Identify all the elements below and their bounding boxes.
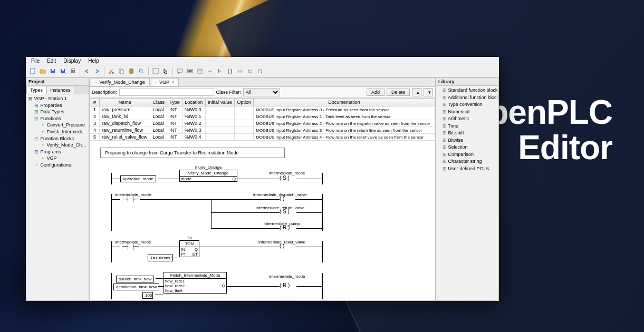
variable-icon[interactable]: var [185, 66, 195, 76]
rail-icon[interactable] [215, 66, 225, 76]
tree-item[interactable]: ⊟ Programs [27, 149, 88, 155]
var-const-100[interactable]: 100 [142, 292, 153, 299]
undo-icon[interactable] [82, 66, 92, 76]
library-item[interactable]: Character string [437, 158, 497, 165]
toolbar: var ( ) [26, 65, 499, 77]
var-operation-mode[interactable]: operation_mode [120, 175, 156, 182]
block-icon[interactable] [195, 66, 205, 76]
coil-relief-valve[interactable]: ( ) [280, 243, 284, 249]
coil-pump-reset[interactable]: ( R ) [280, 224, 290, 230]
svg-text:( ): ( ) [228, 69, 233, 74]
table-header[interactable]: Location [182, 99, 206, 106]
contact-icon[interactable] [235, 66, 245, 76]
comment-icon[interactable] [175, 66, 185, 76]
editor-tab-verify[interactable]: ▫Verify_Mode_Change [91, 78, 150, 86]
menu-display[interactable]: Display [60, 57, 84, 64]
fb-finish[interactable]: Finish_Intermediate_Mode flow_rate1 flow… [164, 272, 227, 294]
coil-dispatch-valve[interactable]: ( ) [280, 196, 284, 201]
library-item[interactable]: User-defined POUs [437, 165, 497, 173]
table-row[interactable]: 2raw_tank_lvlLocalINT%IW0.1MODBUS Input … [90, 113, 435, 120]
connection-icon[interactable] [205, 66, 215, 76]
library-item[interactable]: Selection [437, 144, 497, 151]
open-icon[interactable] [38, 66, 47, 76]
table-header[interactable]: Initial Value [205, 99, 235, 106]
table-row[interactable]: 4raw_returnline_flowLocalINT%IW0.3MODBUS… [90, 127, 435, 134]
var-timer-pt[interactable]: T#1000ms [148, 255, 173, 261]
coil-icon[interactable]: ( ) [225, 66, 235, 76]
var-source-tank-flow[interactable]: source_tank_flow [116, 276, 154, 282]
table-header[interactable]: Documentation [254, 99, 435, 106]
tree-item[interactable]: ▫ Finish_Intermediate_Mode [27, 129, 88, 135]
tab-types[interactable]: Types [26, 86, 46, 94]
library-panel-title: Library [436, 78, 498, 86]
library-item[interactable]: Bitwise [437, 137, 497, 144]
library-item[interactable]: Comparison [437, 151, 497, 159]
fb-ton[interactable]: T0 TON INQ PTET [179, 240, 199, 257]
menu-help[interactable]: Help [85, 57, 102, 64]
table-row[interactable]: 1raw_pressureLocalINT%IW0.0MODBUS Input … [90, 106, 435, 113]
pointer-icon[interactable] [161, 66, 170, 76]
svg-rect-15 [177, 69, 182, 72]
paste-icon[interactable] [127, 66, 136, 76]
library-item[interactable]: Time [437, 123, 497, 130]
saveas-icon[interactable] [58, 66, 68, 76]
library-item[interactable]: Arithmetic [437, 115, 497, 123]
close-icon[interactable]: × [171, 80, 174, 85]
cut-icon[interactable] [107, 66, 116, 76]
tree-item[interactable]: ⊞ Data Types [27, 109, 88, 115]
fullscreen-icon[interactable] [151, 66, 160, 76]
tree-root[interactable]: ⊟ VGP - Station 1 [27, 95, 88, 102]
menu-file[interactable]: File [28, 57, 43, 64]
contact-intermediate-mode[interactable]: ─┤ ├─ [122, 196, 139, 202]
table-header[interactable]: Type [167, 99, 182, 106]
save-icon[interactable] [48, 66, 57, 76]
move-down-button[interactable]: ▾ [424, 88, 433, 96]
coil-intermediate-mode-reset[interactable]: ( R ) [280, 282, 290, 288]
comment-block[interactable]: Preparing to change from Cargo Transfer … [100, 148, 285, 158]
class-filter-select[interactable]: All [243, 88, 280, 96]
table-row[interactable]: 5raw_relief_valve_flowLocalINT%IW0.4MODB… [90, 134, 435, 141]
description-input[interactable] [119, 89, 214, 96]
copy-icon[interactable] [117, 66, 126, 76]
tree-item[interactable]: ▫ VGP [27, 155, 88, 162]
tab-instances[interactable]: Instances [46, 86, 74, 94]
jump-icon[interactable] [255, 66, 265, 76]
library-item[interactable]: Standard function blocks [437, 87, 497, 94]
app-window: File Edit Display Help var ( ) [26, 57, 499, 299]
add-button[interactable]: Add [367, 89, 385, 96]
table-header[interactable]: Class [150, 99, 167, 106]
ladder-diagram[interactable]: Preparing to change from Cargo Transfer … [90, 141, 435, 300]
variable-table: #NameClassTypeLocationInitial ValueOptio… [90, 98, 435, 141]
redo-icon[interactable] [92, 66, 102, 76]
table-row[interactable]: 3raw_dispatch_flowLocalINT%IW0.2MODBUS I… [90, 120, 435, 127]
tree-item[interactable]: ⊟ Function Blocks [27, 135, 88, 142]
contact-intermediate-mode-2[interactable]: ─┤ ├─ [122, 243, 139, 249]
move-up-button[interactable]: ▴ [412, 88, 421, 96]
fb-mode-change[interactable]: mode_change Verify_Mode_Change modeQ [179, 170, 237, 182]
tree-item[interactable]: ⊟ Functions [27, 115, 88, 122]
tree-item[interactable]: ▫ Verify_Mode_Change [27, 142, 88, 149]
tree-item[interactable]: ⊞ Properties [27, 102, 88, 109]
project-panel: Project Types Instances ⊟ VGP - Station … [26, 77, 89, 301]
library-item[interactable]: Additional function blocks [437, 94, 497, 102]
library-item[interactable]: Numerical [437, 109, 497, 116]
branch-icon[interactable] [245, 66, 255, 76]
project-panel-title: Project [26, 78, 89, 86]
delete-button[interactable]: Delete [387, 89, 410, 96]
library-item[interactable]: Type conversion [437, 101, 497, 109]
find-icon[interactable] [137, 66, 146, 76]
editor-tab-vgp[interactable]: ▫VGP× [151, 78, 179, 86]
class-filter-label: Class Filter: [216, 90, 242, 95]
var-dest-tank-flow[interactable]: destination_tank_flow [113, 284, 159, 290]
tree-item[interactable]: ▫ Convert_Pressure [27, 122, 88, 129]
new-icon[interactable] [28, 66, 37, 76]
menu-edit[interactable]: Edit [44, 57, 59, 64]
table-header[interactable]: Name [100, 99, 150, 106]
coil-intermediate-mode-set[interactable]: ( S ) [280, 175, 290, 181]
tree-item[interactable]: ▫ Configurations [27, 162, 88, 169]
coil-return-valve-set[interactable]: ( S ) [280, 209, 290, 214]
library-item[interactable]: Bit-shift [437, 130, 497, 137]
table-header[interactable]: # [90, 99, 100, 106]
print-icon[interactable] [68, 66, 78, 76]
table-header[interactable]: Option [235, 99, 254, 106]
